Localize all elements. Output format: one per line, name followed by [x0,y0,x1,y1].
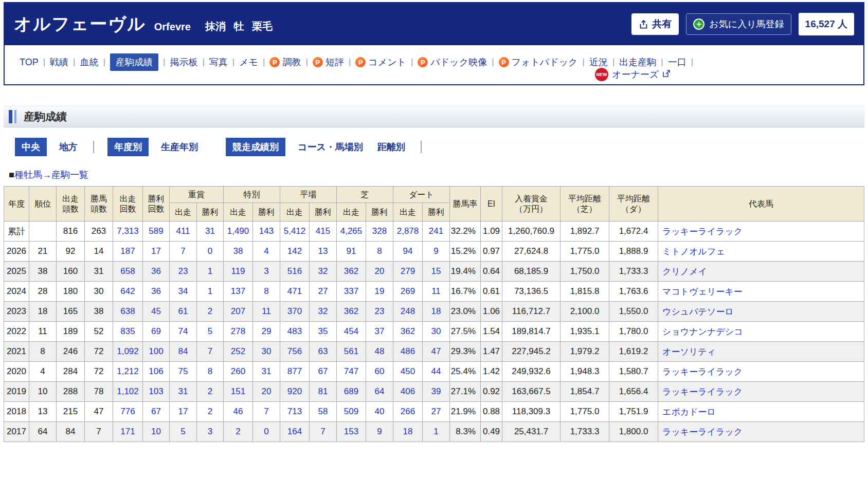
cell-graded-wins[interactable]: 2 [197,402,224,422]
nav-item-training[interactable]: P調教 [269,56,301,68]
cell-special-starts[interactable]: 151 [224,382,253,402]
cell-flat-wins[interactable]: 32 [310,262,337,282]
cell-wins[interactable]: 36 [143,262,170,282]
cell-flat-wins[interactable]: 63 [310,342,337,362]
cell-turf-starts[interactable]: 362 [337,302,366,322]
cell-rep-horse[interactable]: オーソリティ [658,342,864,362]
cell-special-starts[interactable]: 278 [224,322,253,342]
nav-item-photos[interactable]: 写真 [209,56,228,68]
cell-flat-starts[interactable]: 483 [280,322,310,342]
cell-special-starts[interactable]: 252 [224,342,253,362]
cell-wins[interactable]: 100 [143,342,170,362]
cell-graded-starts[interactable]: 7 [170,242,197,262]
cell-special-starts[interactable]: 46 [224,402,253,422]
cell-graded-starts[interactable]: 34 [170,282,197,302]
cell-starts[interactable]: 1,212 [113,362,143,382]
cell-graded-wins[interactable]: 2 [197,302,224,322]
cell-flat-starts[interactable]: 164 [280,422,310,442]
cell-rep-horse[interactable]: マコトヴェリーキー [658,282,864,302]
cell-turf-wins[interactable]: 23 [366,302,393,322]
cell-turf-wins[interactable]: 328 [366,222,393,242]
cell-dirt-wins[interactable]: 39 [423,382,450,402]
cell-rep-horse[interactable]: エポカドーロ [658,402,864,422]
cell-turf-wins[interactable]: 48 [366,342,393,362]
cell-special-wins[interactable]: 29 [253,322,280,342]
cell-wins[interactable]: 17 [143,242,170,262]
cell-dirt-starts[interactable]: 18 [393,422,423,442]
cell-dirt-wins[interactable]: 27 [423,402,450,422]
cell-graded-starts[interactable]: 411 [170,222,197,242]
cell-dirt-wins[interactable]: 47 [423,342,450,362]
tab-central[interactable]: 中央 [15,138,47,156]
nav-item-recent[interactable]: 近況 [589,56,608,68]
cell-graded-wins[interactable]: 31 [197,222,224,242]
nav-item-running-progeny[interactable]: 出走産駒 [619,56,656,68]
nav-item-comments[interactable]: Pコメント [355,56,406,68]
cell-dirt-starts[interactable]: 279 [393,262,423,282]
cell-dirt-starts[interactable]: 269 [393,282,423,302]
cell-graded-starts[interactable]: 5 [170,422,197,442]
cell-special-starts[interactable]: 137 [224,282,253,302]
cell-wins[interactable]: 45 [143,302,170,322]
cell-wins[interactable]: 36 [143,282,170,302]
cell-special-wins[interactable]: 3 [253,262,280,282]
cell-dirt-wins[interactable]: 1 [423,422,450,442]
cell-turf-wins[interactable]: 8 [366,242,393,262]
cell-flat-wins[interactable]: 32 [310,302,337,322]
nav-item-top[interactable]: TOP [20,57,39,68]
cell-dirt-wins[interactable]: 9 [423,242,450,262]
nav-item-pedigree[interactable]: 血統 [80,56,99,68]
cell-special-wins[interactable]: 143 [253,222,280,242]
cell-turf-starts[interactable]: 337 [337,282,366,302]
cell-wins[interactable]: 69 [143,322,170,342]
cell-dirt-wins[interactable]: 30 [423,322,450,342]
cell-starts[interactable]: 638 [113,302,143,322]
cell-special-wins[interactable]: 8 [253,282,280,302]
sire-progeny-list-link[interactable]: 種牡馬→産駒一覧 [14,170,88,180]
cell-flat-wins[interactable]: 7 [310,422,337,442]
cell-graded-starts[interactable]: 84 [170,342,197,362]
cell-rep-horse[interactable]: ウシュバテソーロ [658,302,864,322]
cell-turf-starts[interactable]: 4,265 [337,222,366,242]
cell-special-starts[interactable]: 260 [224,362,253,382]
cell-flat-wins[interactable]: 35 [310,322,337,342]
cell-flat-wins[interactable]: 67 [310,362,337,382]
share-button[interactable]: 共有 [631,13,679,35]
cell-starts[interactable]: 1,102 [113,382,143,402]
nav-item-photo-paddock[interactable]: Pフォトパドック [499,56,578,68]
cell-starts[interactable]: 642 [113,282,143,302]
cell-flat-starts[interactable]: 471 [280,282,310,302]
cell-starts[interactable]: 835 [113,322,143,342]
cell-wins[interactable]: 106 [143,362,170,382]
cell-turf-starts[interactable]: 91 [337,242,366,262]
cell-graded-wins[interactable]: 7 [197,342,224,362]
cell-graded-starts[interactable]: 31 [170,382,197,402]
cell-special-wins[interactable]: 31 [253,362,280,382]
cell-dirt-wins[interactable]: 241 [423,222,450,242]
cell-flat-starts[interactable]: 756 [280,342,310,362]
cell-special-starts[interactable]: 119 [224,262,253,282]
cell-dirt-wins[interactable]: 44 [423,362,450,382]
cell-special-wins[interactable]: 4 [253,242,280,262]
favorite-register-button[interactable]: ＋ お気に入り馬登録 [686,13,791,35]
cell-flat-starts[interactable]: 920 [280,382,310,402]
cell-starts[interactable]: 776 [113,402,143,422]
cell-rep-horse[interactable]: ミトノオルフェ [658,242,864,262]
cell-graded-starts[interactable]: 61 [170,302,197,322]
cell-dirt-starts[interactable]: 94 [393,242,423,262]
cell-flat-starts[interactable]: 516 [280,262,310,282]
cell-special-starts[interactable]: 207 [224,302,253,322]
cell-dirt-starts[interactable]: 450 [393,362,423,382]
cell-turf-wins[interactable]: 37 [366,322,393,342]
cell-flat-starts[interactable]: 142 [280,242,310,262]
cell-graded-wins[interactable]: 1 [197,282,224,302]
cell-dirt-starts[interactable]: 406 [393,382,423,402]
cell-special-starts[interactable]: 2 [224,422,253,442]
cell-starts[interactable]: 187 [113,242,143,262]
cell-dirt-starts[interactable]: 362 [393,322,423,342]
cell-flat-starts[interactable]: 370 [280,302,310,322]
nav-item-memo[interactable]: メモ [239,56,258,68]
cell-flat-wins[interactable]: 81 [310,382,337,402]
cell-flat-wins[interactable]: 415 [310,222,337,242]
cell-rep-horse[interactable]: ラッキーライラック [658,362,864,382]
